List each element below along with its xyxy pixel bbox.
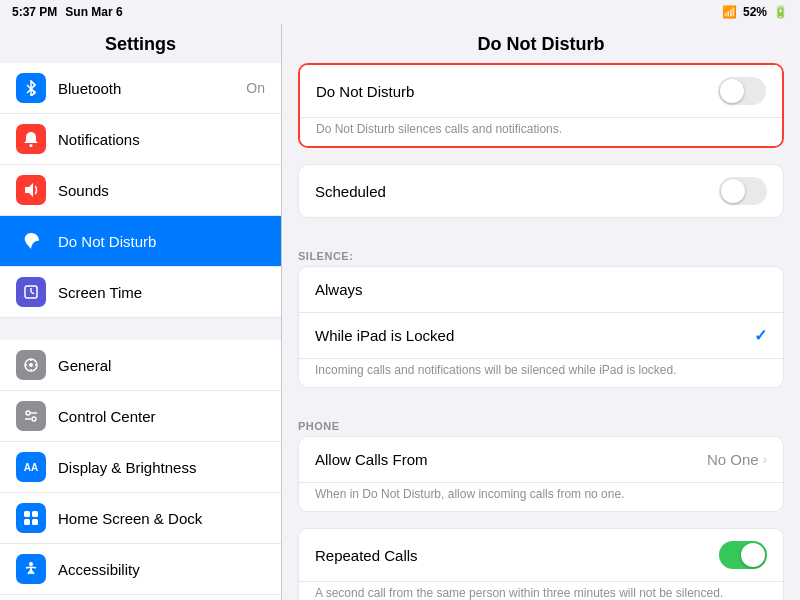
sounds-label: Sounds <box>58 182 265 199</box>
allow-calls-sublabel: When in Do Not Disturb, allow incoming c… <box>299 483 783 511</box>
svg-point-6 <box>29 363 33 367</box>
sidebar-item-control-center[interactable]: Control Center <box>0 391 281 442</box>
sidebar: Settings Bluetooth On Notifications <box>0 24 282 600</box>
bluetooth-value: On <box>246 80 265 96</box>
sounds-icon <box>16 175 46 205</box>
sidebar-item-home-screen[interactable]: Home Screen & Dock <box>0 493 281 544</box>
dnd-toggle-row: Do Not Disturb <box>300 65 782 118</box>
sidebar-item-accessibility[interactable]: Accessibility <box>0 544 281 595</box>
repeated-calls-label: Repeated Calls <box>315 547 719 564</box>
battery-icon: 🔋 <box>773 5 788 19</box>
screen-time-icon <box>16 277 46 307</box>
allow-calls-value: No One <box>707 451 759 468</box>
scheduled-row: Scheduled <box>299 165 783 217</box>
dnd-label: Do Not Disturb <box>58 233 265 250</box>
accessibility-icon <box>16 554 46 584</box>
scheduled-toggle-knob <box>721 179 745 203</box>
sidebar-item-sounds[interactable]: Sounds <box>0 165 281 216</box>
content-area: Do Not Disturb Do Not Disturb Do Not Dis… <box>282 24 800 600</box>
general-label: General <box>58 357 265 374</box>
scheduled-label: Scheduled <box>315 183 719 200</box>
screen-time-label: Screen Time <box>58 284 265 301</box>
content-title: Do Not Disturb <box>282 24 800 63</box>
sidebar-item-do-not-disturb[interactable]: Do Not Disturb <box>0 216 281 267</box>
bluetooth-icon <box>16 73 46 103</box>
svg-point-12 <box>32 417 36 421</box>
repeated-calls-toggle-knob <box>741 543 765 567</box>
display-brightness-icon: AA <box>16 452 46 482</box>
silence-header: SILENCE: <box>282 234 800 266</box>
scheduled-toggle[interactable] <box>719 177 767 205</box>
svg-rect-16 <box>32 511 38 517</box>
bluetooth-label: Bluetooth <box>58 80 246 97</box>
control-center-icon <box>16 401 46 431</box>
dnd-toggle-knob <box>720 79 744 103</box>
wifi-icon: 📶 <box>722 5 737 19</box>
date: Sun Mar 6 <box>65 5 122 19</box>
sidebar-item-notifications[interactable]: Notifications <box>0 114 281 165</box>
allow-calls-row[interactable]: Allow Calls From No One › <box>299 437 783 483</box>
status-left: 5:37 PM Sun Mar 6 <box>12 5 123 19</box>
silence-locked-row[interactable]: While iPad is Locked ✓ <box>299 313 783 359</box>
sidebar-item-screen-time[interactable]: Screen Time <box>0 267 281 318</box>
silence-locked-checkmark: ✓ <box>754 326 767 345</box>
silence-sublabel: Incoming calls and notifications will be… <box>299 359 783 387</box>
sidebar-item-bluetooth[interactable]: Bluetooth On <box>0 63 281 114</box>
allow-calls-chevron: › <box>763 452 767 467</box>
control-center-label: Control Center <box>58 408 265 425</box>
accessibility-label: Accessibility <box>58 561 265 578</box>
repeated-calls-sublabel: A second call from the same person withi… <box>299 582 783 600</box>
status-bar: 5:37 PM Sun Mar 6 📶 52% 🔋 <box>0 0 800 24</box>
display-brightness-label: Display & Brightness <box>58 459 265 476</box>
sidebar-gap <box>0 318 281 340</box>
general-icon <box>16 350 46 380</box>
svg-rect-18 <box>32 519 38 525</box>
scheduled-section: Scheduled <box>298 164 784 218</box>
svg-marker-1 <box>25 183 33 197</box>
sidebar-item-general[interactable]: General <box>0 340 281 391</box>
status-right: 📶 52% 🔋 <box>722 5 788 19</box>
svg-point-11 <box>26 411 30 415</box>
home-screen-icon <box>16 503 46 533</box>
sidebar-item-display-brightness[interactable]: AA Display & Brightness <box>0 442 281 493</box>
svg-point-0 <box>30 144 33 147</box>
phone-header: PHONE <box>282 404 800 436</box>
main-layout: Settings Bluetooth On Notifications <box>0 24 800 600</box>
dnd-sublabel: Do Not Disturb silences calls and notifi… <box>300 118 782 146</box>
svg-rect-15 <box>24 511 30 517</box>
silence-always-label: Always <box>315 281 767 298</box>
silence-section: Always While iPad is Locked ✓ Incoming c… <box>298 266 784 388</box>
repeated-calls-row: Repeated Calls <box>299 529 783 582</box>
sidebar-item-wallpaper[interactable]: Wallpaper <box>0 595 281 600</box>
time: 5:37 PM <box>12 5 57 19</box>
dnd-icon <box>16 226 46 256</box>
svg-point-19 <box>29 562 33 566</box>
repeated-calls-toggle[interactable] <box>719 541 767 569</box>
sidebar-title: Settings <box>0 24 281 63</box>
repeated-calls-section: Repeated Calls A second call from the sa… <box>298 528 784 600</box>
home-screen-label: Home Screen & Dock <box>58 510 265 527</box>
dnd-toggle[interactable] <box>718 77 766 105</box>
phone-section: Allow Calls From No One › When in Do Not… <box>298 436 784 512</box>
notifications-label: Notifications <box>58 131 265 148</box>
silence-always-row[interactable]: Always <box>299 267 783 313</box>
battery-level: 52% <box>743 5 767 19</box>
dnd-toggle-label: Do Not Disturb <box>316 83 718 100</box>
svg-line-4 <box>31 292 34 294</box>
silence-locked-label: While iPad is Locked <box>315 327 754 344</box>
dnd-main-section: Do Not Disturb Do Not Disturb silences c… <box>298 63 784 148</box>
allow-calls-label: Allow Calls From <box>315 451 707 468</box>
notifications-icon <box>16 124 46 154</box>
svg-rect-17 <box>24 519 30 525</box>
